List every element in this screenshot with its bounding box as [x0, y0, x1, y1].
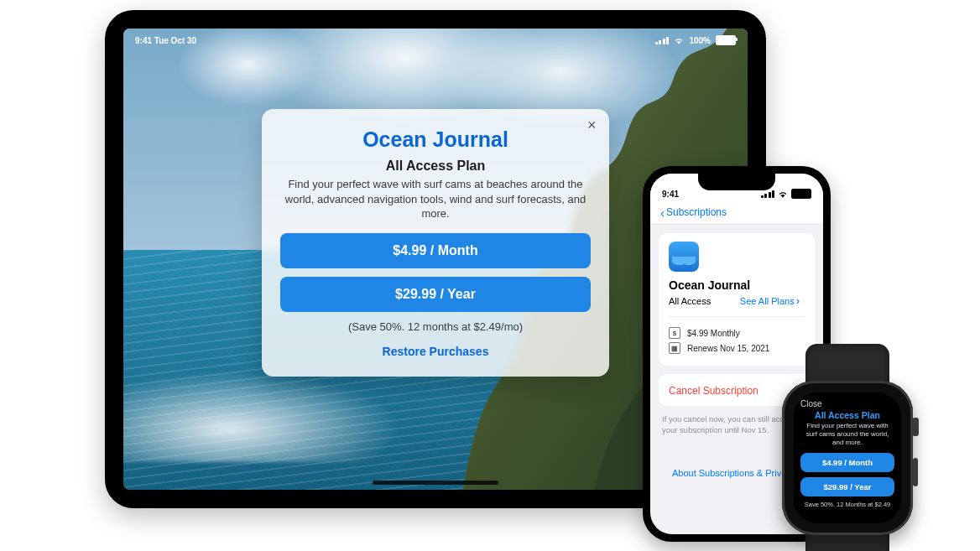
home-indicator[interactable]	[373, 481, 498, 485]
chevron-right-icon: ›	[796, 294, 800, 307]
modal-subtitle: All Access Plan	[280, 159, 591, 174]
battery-percent: 100%	[689, 36, 711, 45]
chevron-left-icon: ‹	[660, 206, 665, 219]
see-all-label: See All Plans	[740, 296, 795, 306]
subscription-card: Ocean Journal All Access See All Plans ›…	[659, 233, 815, 366]
modal-title: Ocean Journal	[280, 127, 591, 152]
back-label: Subscriptions	[666, 206, 727, 218]
cancel-subscription-button[interactable]: Cancel Subscription	[669, 385, 758, 397]
price-text: $4.99 Monthly	[687, 329, 740, 338]
watch-yearly-button[interactable]: $29.99 / Year	[800, 477, 894, 496]
battery-icon	[791, 189, 811, 199]
ipad-status-bar: 9:41 Tue Oct 30 100%	[135, 34, 736, 47]
yearly-plan-button[interactable]: $29.99 / Year	[280, 277, 591, 312]
renewal-text: Renews Nov 15, 2021	[687, 344, 769, 353]
watch-title: All Access Plan	[800, 410, 894, 420]
modal-description: Find your perfect wave with surf cams at…	[280, 177, 591, 221]
wifi-icon	[674, 37, 684, 44]
status-time: 9:41	[662, 190, 679, 199]
app-icon	[669, 242, 699, 272]
status-time: 9:41 Tue Oct 30	[135, 36, 196, 45]
see-all-plans-button[interactable]: See All Plans ›	[735, 294, 805, 308]
plan-meta: $ $4.99 Monthly ▦ Renews Nov 15, 2021	[669, 316, 805, 354]
watch-side-button[interactable]	[913, 458, 918, 486]
iphone-nav-bar: ‹ Subscriptions	[650, 200, 823, 225]
wifi-icon	[778, 190, 788, 198]
calendar-icon: ▦	[669, 342, 680, 354]
iphone-notch	[698, 174, 775, 190]
savings-text: (Save 50%. 12 months at $2.49/mo)	[280, 320, 591, 333]
close-button[interactable]: ×	[582, 116, 601, 134]
about-label: About Subscriptions & Privacy	[672, 468, 795, 478]
digital-crown[interactable]	[912, 418, 919, 436]
watch-screen: Close All Access Plan Find your perfect …	[794, 392, 901, 523]
monthly-plan-button[interactable]: $4.99 / Month	[280, 233, 591, 268]
restore-purchases-button[interactable]: Restore Purchases	[280, 340, 591, 363]
cellular-signal-icon	[655, 37, 670, 44]
price-tag-icon: $	[669, 327, 680, 339]
watch-savings: Save 50%. 12 Months at $2.49	[800, 501, 894, 508]
battery-icon	[716, 35, 736, 45]
watch-monthly-button[interactable]: $4.99 / Month	[800, 453, 894, 472]
watch-close-button[interactable]: Close	[800, 399, 822, 408]
back-button[interactable]: ‹ Subscriptions	[655, 205, 732, 220]
cellular-signal-icon	[761, 190, 775, 198]
close-icon: ×	[587, 117, 597, 133]
renewal-row: ▦ Renews Nov 15, 2021	[669, 342, 805, 354]
watch-device-frame: Close All Access Plan Find your perfect …	[782, 381, 913, 535]
price-row: $ $4.99 Monthly	[669, 327, 805, 339]
subscription-modal: × Ocean Journal All Access Plan Find you…	[262, 109, 609, 377]
watch-description: Find your perfect wave with surf cams ar…	[802, 422, 893, 447]
device-showcase: 9:41 Tue Oct 30 100% × Ocean Journal All…	[0, 0, 980, 551]
plan-label: All Access	[669, 296, 711, 306]
app-name: Ocean Journal	[669, 278, 805, 292]
